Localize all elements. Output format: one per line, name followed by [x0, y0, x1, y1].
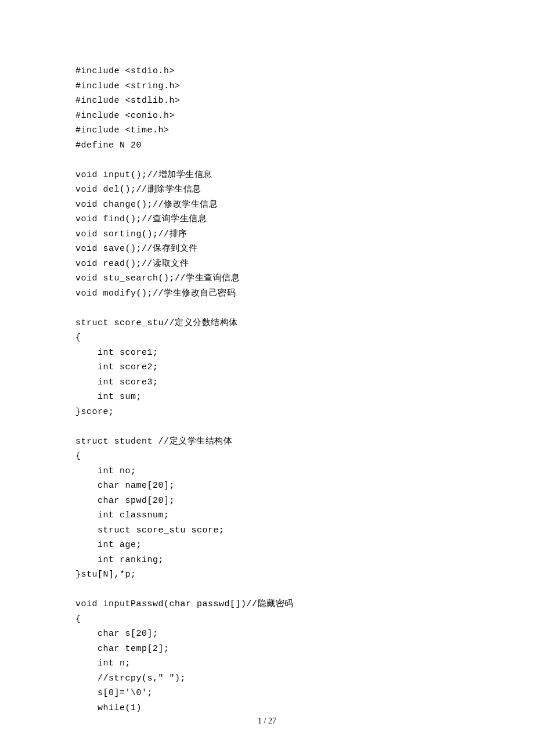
- page-number: 1 / 27: [0, 714, 534, 728]
- document-page: #include <stdio.h> #include <string.h> #…: [0, 0, 534, 756]
- code-block: #include <stdio.h> #include <string.h> #…: [75, 64, 459, 715]
